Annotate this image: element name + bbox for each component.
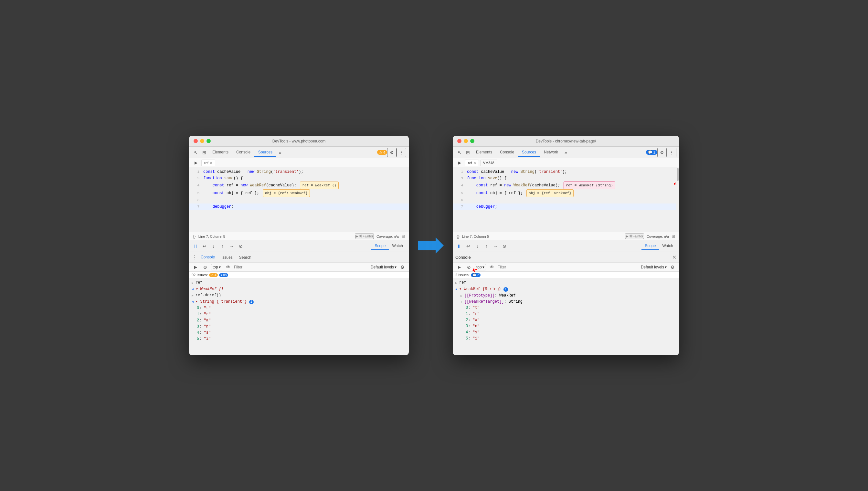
deactivate-button[interactable]: ⊘ bbox=[237, 242, 245, 250]
right-step-button[interactable]: → bbox=[492, 242, 499, 250]
right-file-tabs: ▶ ref ✕ VM348 bbox=[453, 158, 679, 167]
log-entry-3: 3: "n" bbox=[194, 324, 409, 330]
console-settings-icon[interactable]: ⚙ bbox=[398, 263, 406, 271]
right-log-ref: ref bbox=[459, 280, 676, 285]
right-console-close[interactable]: ✕ bbox=[672, 254, 676, 260]
tab-sources[interactable]: Sources bbox=[254, 148, 276, 157]
layers-icon[interactable]: ⊞ bbox=[200, 148, 208, 157]
right-arrow-proto[interactable]: ▶ bbox=[460, 294, 463, 298]
right-file-tab-ref-close[interactable]: ✕ bbox=[473, 161, 476, 165]
right-code-editor: 1 const cacheValue = new String('transie… bbox=[453, 167, 679, 232]
run-script-icon[interactable]: ▶ bbox=[192, 158, 200, 167]
console-run-icon[interactable]: ▶ bbox=[192, 263, 199, 271]
issues-tab[interactable]: Issues bbox=[219, 254, 235, 261]
right-step-over-button[interactable]: ↩ bbox=[465, 242, 472, 250]
pause-button[interactable]: ⏸ bbox=[192, 242, 199, 250]
expand-arrow-ref[interactable]: ▶ bbox=[192, 281, 194, 285]
badge-count: 4 bbox=[383, 150, 385, 154]
right-maximize-button[interactable] bbox=[470, 139, 474, 143]
right-coverage-icon[interactable]: ⊞ bbox=[672, 234, 675, 239]
right-info-icon-weakref[interactable]: i bbox=[503, 287, 508, 292]
right-step-into-button[interactable]: ↓ bbox=[473, 242, 481, 250]
right-file-tab-vm[interactable]: VM348 bbox=[480, 160, 497, 166]
right-minimize-button[interactable] bbox=[464, 139, 468, 143]
log-1: 1: "r" bbox=[197, 312, 406, 317]
right-step-out-button[interactable]: ↑ bbox=[482, 242, 490, 250]
filter-input[interactable] bbox=[234, 265, 369, 269]
right-close-button[interactable] bbox=[457, 139, 461, 143]
top-selector[interactable]: top ▾ bbox=[211, 264, 222, 270]
right-tab-console[interactable]: Console bbox=[496, 148, 518, 157]
file-tab-close-icon[interactable]: ✕ bbox=[210, 161, 212, 165]
right-run-script-icon[interactable]: ▶ bbox=[455, 158, 464, 167]
log-0: 0: "t" bbox=[197, 306, 406, 311]
run-button[interactable]: ▶ ⌘+Enter bbox=[355, 234, 374, 239]
right-tab-network[interactable]: Network bbox=[540, 148, 562, 157]
right-cursor-icon[interactable]: ↖ bbox=[455, 148, 464, 157]
right-scope-tab[interactable]: Scope bbox=[641, 242, 659, 250]
step-button[interactable]: → bbox=[228, 242, 235, 250]
minimize-button[interactable] bbox=[200, 139, 204, 143]
collapse-arrow-weakref[interactable]: ◀ bbox=[192, 287, 194, 291]
right-log-entry-t2: 2: "a" bbox=[463, 317, 679, 323]
right-pretty-print-icon[interactable]: {} bbox=[457, 234, 459, 239]
right-default-levels-selector[interactable]: Default levels ▾ bbox=[641, 265, 667, 269]
right-window-title: DevTools - chrome://new-tab-page/ bbox=[536, 139, 596, 143]
settings-icon[interactable]: ⚙ bbox=[387, 148, 396, 157]
right-arrow-target[interactable]: ▾ bbox=[460, 300, 463, 304]
right-code-editor-container: 1 const cacheValue = new String('transie… bbox=[453, 167, 679, 232]
default-levels-selector[interactable]: Default levels ▾ bbox=[371, 265, 396, 269]
collapse-arrow-string[interactable]: ◀ bbox=[192, 300, 194, 304]
console-tab[interactable]: Console bbox=[198, 254, 218, 261]
expand-arrow-deref[interactable]: ▶ bbox=[192, 294, 194, 297]
right-layers-icon[interactable]: ⊞ bbox=[464, 148, 472, 157]
right-tab-sources[interactable]: Sources bbox=[518, 148, 540, 157]
right-tab-elements[interactable]: Elements bbox=[472, 148, 496, 157]
right-console-run-icon[interactable]: ▶ bbox=[455, 263, 463, 271]
cursor-icon[interactable]: ↖ bbox=[192, 148, 200, 157]
search-tab[interactable]: Search bbox=[236, 254, 254, 261]
maximize-button[interactable] bbox=[206, 139, 211, 143]
right-pause-button[interactable]: ⏸ bbox=[455, 242, 463, 250]
right-settings-icon[interactable]: ⚙ bbox=[657, 148, 667, 157]
clear-console-icon[interactable]: ⊘ bbox=[201, 263, 209, 271]
more-options-icon[interactable]: ⋮ bbox=[396, 148, 406, 157]
right-deactivate-button[interactable]: ⊘ bbox=[501, 242, 508, 250]
right-log-entry-proto: ▶ [[Prototype]]: WeakRef bbox=[458, 293, 679, 299]
right-filter-input[interactable] bbox=[498, 265, 639, 269]
right-log-proto: [[Prototype]]: WeakRef bbox=[465, 293, 676, 298]
code-line-7: 7 debugger; bbox=[189, 203, 409, 210]
more-tabs-icon[interactable]: » bbox=[276, 149, 284, 156]
eye-icon[interactable]: 👁 bbox=[224, 263, 232, 271]
right-chevron-down-icon: ▾ bbox=[482, 265, 484, 269]
file-tab-ref[interactable]: ref ✕ bbox=[201, 160, 215, 166]
right-console-settings-icon[interactable]: ⚙ bbox=[669, 263, 676, 271]
pretty-print-icon[interactable]: {} bbox=[193, 234, 196, 239]
scope-tab[interactable]: Scope bbox=[371, 242, 389, 250]
right-run-button[interactable]: ▶ ⌘+Enter bbox=[625, 234, 644, 239]
right-scrollbar[interactable] bbox=[676, 167, 679, 232]
step-over-button[interactable]: ↩ bbox=[201, 242, 208, 250]
right-more-options-icon[interactable]: ⋮ bbox=[667, 148, 676, 157]
info-icon[interactable]: i bbox=[249, 300, 254, 304]
tab-console[interactable]: Console bbox=[232, 148, 254, 157]
right-watch-tab[interactable]: Watch bbox=[659, 242, 676, 250]
tab-elements[interactable]: Elements bbox=[208, 148, 232, 157]
log-entry-1: 1: "r" bbox=[194, 311, 409, 318]
step-into-button[interactable]: ↓ bbox=[210, 242, 218, 250]
three-dots-icon[interactable]: ⋮ bbox=[192, 254, 197, 260]
step-out-button[interactable]: ↑ bbox=[219, 242, 227, 250]
close-button[interactable] bbox=[194, 139, 198, 143]
right-file-tab-ref[interactable]: ref ✕ bbox=[465, 160, 479, 166]
right-collapse-arrow-weakref[interactable]: ◀ bbox=[455, 287, 457, 291]
right-cursor-location: Line 7, Column 5 bbox=[462, 234, 489, 238]
right-eye-icon[interactable]: 👁 bbox=[488, 263, 496, 271]
coverage-icon[interactable]: ⊞ bbox=[401, 234, 405, 239]
watch-tab[interactable]: Watch bbox=[389, 242, 406, 250]
right-expand-arrow-ref[interactable]: ▶ bbox=[455, 281, 457, 285]
right-more-tabs-icon[interactable]: » bbox=[562, 149, 570, 156]
issues-count-bar: 92 Issues: ⚠ 4 ℹ 88 bbox=[189, 272, 409, 279]
file-tab-name: ref bbox=[204, 161, 208, 165]
right-status-bar: {} Line 7, Column 5 ▶ ⌘+Enter Coverage: … bbox=[453, 232, 679, 240]
left-status-bar: {} Line 7, Column 5 ▶ ⌘+Enter Coverage: … bbox=[189, 232, 409, 240]
